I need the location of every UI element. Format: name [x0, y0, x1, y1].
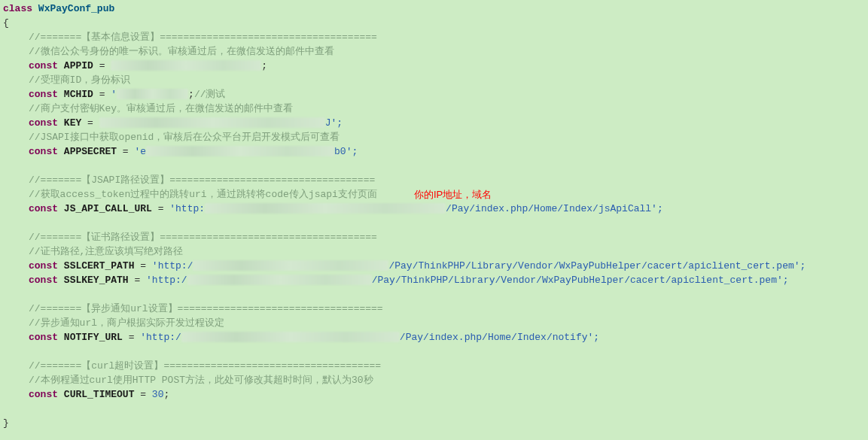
code-block: class WxPayConf_pub { //=======【基本信息设置】=…	[3, 2, 865, 430]
comment-jsapi: //获取access_token过程中的跳转uri，通过跳转将code传入jsa…	[29, 189, 377, 200]
redacted-jsapi-host	[205, 203, 446, 214]
section-notify-header: //=======【异步通知url设置】====================…	[29, 303, 383, 314]
sslcert-open: 'http:/	[152, 260, 193, 272]
class-keyword: class	[3, 3, 32, 14]
comment-notify: //异步通知url，商户根据实际开发过程设定	[29, 317, 224, 329]
const-mchid: MCHID	[64, 89, 93, 100]
const-sslkey-path: SSLKEY_PATH	[64, 275, 129, 286]
close-brace: }	[3, 416, 865, 430]
comment-appid: //微信公众号身份的唯一标识。审核通过后，在微信发送的邮件中查看	[29, 46, 334, 57]
jsapi-url-tail: /Pay/index.php/Home/Index/jsApiCall';	[446, 203, 663, 214]
const-key: KEY	[64, 117, 81, 129]
redacted-sslkey-host	[187, 275, 372, 285]
const-notify-url: NOTIFY_URL	[64, 332, 123, 343]
appsecret-open: 'e	[134, 146, 146, 157]
redacted-appid	[111, 60, 261, 71]
comment-mchid: //受理商ID，身份标识	[29, 74, 130, 86]
comment-appsecret: //JSAPI接口中获取openid，审核后在公众平台开启开发模式后可查看	[29, 132, 340, 143]
open-brace: {	[3, 16, 865, 30]
jsapi-url-open: 'http:	[169, 203, 205, 214]
const-appid: APPID	[64, 60, 93, 71]
overlay-note: 你的IP地址，域名	[414, 187, 492, 202]
comment-cert: //证书路径,注意应该填写绝对路径	[29, 246, 183, 257]
comment-curl: //本例程通过curl使用HTTP POST方法，此处可修改其超时时间，默认为3…	[29, 375, 373, 386]
redacted-key	[99, 117, 325, 128]
appsecret-tail: b0';	[334, 146, 358, 157]
comment-mchid-tail: //测试	[194, 89, 226, 100]
redacted-mchid	[117, 89, 188, 99]
const-curl-timeout: CURL_TIMEOUT	[64, 389, 135, 400]
const-sslcert-path: SSLCERT_PATH	[64, 260, 135, 272]
sslcert-tail: /Pay/ThinkPHP/Library/Vendor/WxPayPubHel…	[388, 260, 806, 272]
section-jsapi-header: //=======【JSAPI路径设置】====================…	[29, 174, 375, 186]
redacted-sslcert-host	[193, 260, 388, 271]
comment-key: //商户支付密钥Key。审核通过后，在微信发送的邮件中查看	[29, 103, 293, 114]
redacted-appsecret	[146, 146, 334, 156]
const-appsecret: APPSECRET	[64, 146, 117, 157]
curl-timeout-value: 30	[152, 389, 164, 400]
notify-open: 'http:/	[140, 332, 181, 343]
redacted-notify-host	[181, 332, 400, 342]
const-kw: const	[29, 60, 58, 71]
section-cert-header: //=======【证书路径设置】=======================…	[29, 232, 377, 243]
sslkey-tail: /Pay/ThinkPHP/Library/Vendor/WxPayPubHel…	[372, 275, 789, 286]
section-basic-header: //=======【基本信息设置】=======================…	[29, 32, 377, 43]
section-curl-header: //=======【curl超时设置】=====================…	[29, 360, 381, 372]
const-js-api-call-url: JS_API_CALL_URL	[64, 203, 152, 214]
sslkey-open: 'http:/	[146, 275, 187, 286]
notify-tail: /Pay/index.php/Home/Index/notify';	[400, 332, 599, 343]
key-tail: J';	[325, 117, 343, 129]
class-name: WxPayConf_pub	[38, 3, 114, 14]
class-decl: class WxPayConf_pub	[3, 2, 865, 16]
